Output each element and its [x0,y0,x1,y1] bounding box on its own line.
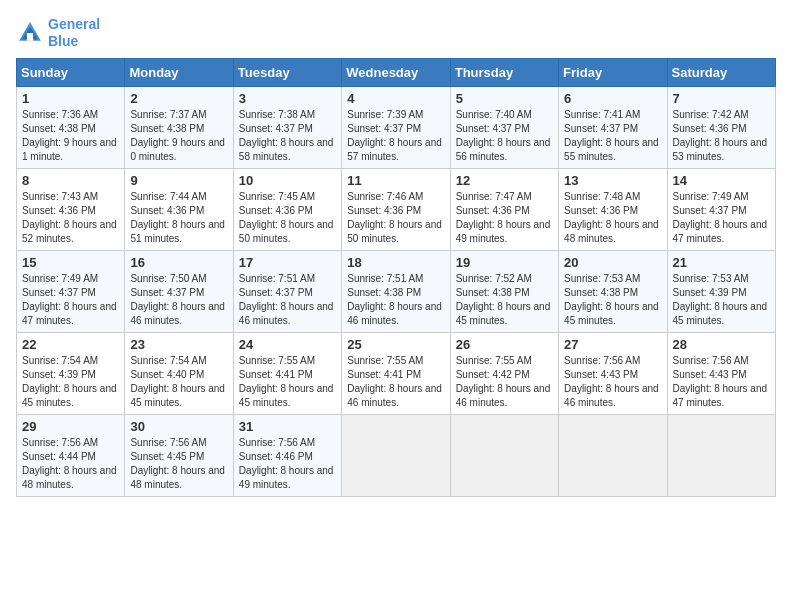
col-header-friday: Friday [559,58,667,86]
calendar-cell [342,414,450,496]
calendar-cell: 2Sunrise: 7:37 AMSunset: 4:38 PMDaylight… [125,86,233,168]
calendar-cell: 24Sunrise: 7:55 AMSunset: 4:41 PMDayligh… [233,332,341,414]
calendar-cell: 15Sunrise: 7:49 AMSunset: 4:37 PMDayligh… [17,250,125,332]
day-number: 29 [22,419,119,434]
day-detail: Sunrise: 7:56 AMSunset: 4:44 PMDaylight:… [22,436,119,492]
day-number: 20 [564,255,661,270]
svg-rect-3 [27,33,33,41]
day-number: 6 [564,91,661,106]
day-detail: Sunrise: 7:54 AMSunset: 4:39 PMDaylight:… [22,354,119,410]
calendar-cell: 21Sunrise: 7:53 AMSunset: 4:39 PMDayligh… [667,250,775,332]
day-detail: Sunrise: 7:46 AMSunset: 4:36 PMDaylight:… [347,190,444,246]
day-detail: Sunrise: 7:54 AMSunset: 4:40 PMDaylight:… [130,354,227,410]
calendar-cell: 27Sunrise: 7:56 AMSunset: 4:43 PMDayligh… [559,332,667,414]
calendar-cell: 12Sunrise: 7:47 AMSunset: 4:36 PMDayligh… [450,168,558,250]
calendar-cell [450,414,558,496]
day-detail: Sunrise: 7:53 AMSunset: 4:38 PMDaylight:… [564,272,661,328]
day-number: 10 [239,173,336,188]
calendar-week-3: 15Sunrise: 7:49 AMSunset: 4:37 PMDayligh… [17,250,776,332]
col-header-monday: Monday [125,58,233,86]
day-detail: Sunrise: 7:37 AMSunset: 4:38 PMDaylight:… [130,108,227,164]
day-detail: Sunrise: 7:40 AMSunset: 4:37 PMDaylight:… [456,108,553,164]
day-detail: Sunrise: 7:56 AMSunset: 4:43 PMDaylight:… [673,354,770,410]
calendar-week-4: 22Sunrise: 7:54 AMSunset: 4:39 PMDayligh… [17,332,776,414]
day-number: 7 [673,91,770,106]
day-number: 4 [347,91,444,106]
calendar-table: SundayMondayTuesdayWednesdayThursdayFrid… [16,58,776,497]
day-number: 2 [130,91,227,106]
logo-text: General Blue [48,16,100,50]
calendar-cell: 13Sunrise: 7:48 AMSunset: 4:36 PMDayligh… [559,168,667,250]
day-detail: Sunrise: 7:56 AMSunset: 4:43 PMDaylight:… [564,354,661,410]
day-detail: Sunrise: 7:51 AMSunset: 4:38 PMDaylight:… [347,272,444,328]
calendar-cell [559,414,667,496]
day-number: 30 [130,419,227,434]
calendar-cell: 5Sunrise: 7:40 AMSunset: 4:37 PMDaylight… [450,86,558,168]
day-detail: Sunrise: 7:51 AMSunset: 4:37 PMDaylight:… [239,272,336,328]
day-number: 14 [673,173,770,188]
calendar-cell: 7Sunrise: 7:42 AMSunset: 4:36 PMDaylight… [667,86,775,168]
day-detail: Sunrise: 7:50 AMSunset: 4:37 PMDaylight:… [130,272,227,328]
logo: General Blue [16,16,100,50]
calendar-cell: 16Sunrise: 7:50 AMSunset: 4:37 PMDayligh… [125,250,233,332]
calendar-cell: 3Sunrise: 7:38 AMSunset: 4:37 PMDaylight… [233,86,341,168]
calendar-cell: 10Sunrise: 7:45 AMSunset: 4:36 PMDayligh… [233,168,341,250]
calendar-cell: 14Sunrise: 7:49 AMSunset: 4:37 PMDayligh… [667,168,775,250]
day-number: 18 [347,255,444,270]
calendar-cell: 9Sunrise: 7:44 AMSunset: 4:36 PMDaylight… [125,168,233,250]
day-detail: Sunrise: 7:36 AMSunset: 4:38 PMDaylight:… [22,108,119,164]
col-header-thursday: Thursday [450,58,558,86]
day-detail: Sunrise: 7:55 AMSunset: 4:41 PMDaylight:… [239,354,336,410]
day-detail: Sunrise: 7:47 AMSunset: 4:36 PMDaylight:… [456,190,553,246]
calendar-cell: 28Sunrise: 7:56 AMSunset: 4:43 PMDayligh… [667,332,775,414]
day-detail: Sunrise: 7:42 AMSunset: 4:36 PMDaylight:… [673,108,770,164]
calendar-cell: 29Sunrise: 7:56 AMSunset: 4:44 PMDayligh… [17,414,125,496]
calendar-cell: 6Sunrise: 7:41 AMSunset: 4:37 PMDaylight… [559,86,667,168]
page-header: General Blue [16,16,776,50]
day-detail: Sunrise: 7:39 AMSunset: 4:37 PMDaylight:… [347,108,444,164]
col-header-tuesday: Tuesday [233,58,341,86]
calendar-cell: 18Sunrise: 7:51 AMSunset: 4:38 PMDayligh… [342,250,450,332]
col-header-sunday: Sunday [17,58,125,86]
day-detail: Sunrise: 7:43 AMSunset: 4:36 PMDaylight:… [22,190,119,246]
day-number: 9 [130,173,227,188]
calendar-cell: 1Sunrise: 7:36 AMSunset: 4:38 PMDaylight… [17,86,125,168]
day-number: 31 [239,419,336,434]
day-number: 27 [564,337,661,352]
day-number: 21 [673,255,770,270]
day-detail: Sunrise: 7:38 AMSunset: 4:37 PMDaylight:… [239,108,336,164]
day-number: 3 [239,91,336,106]
day-detail: Sunrise: 7:49 AMSunset: 4:37 PMDaylight:… [22,272,119,328]
day-number: 11 [347,173,444,188]
day-number: 13 [564,173,661,188]
day-number: 25 [347,337,444,352]
day-detail: Sunrise: 7:56 AMSunset: 4:46 PMDaylight:… [239,436,336,492]
day-number: 17 [239,255,336,270]
day-number: 19 [456,255,553,270]
calendar-cell: 20Sunrise: 7:53 AMSunset: 4:38 PMDayligh… [559,250,667,332]
col-header-wednesday: Wednesday [342,58,450,86]
day-detail: Sunrise: 7:45 AMSunset: 4:36 PMDaylight:… [239,190,336,246]
day-detail: Sunrise: 7:52 AMSunset: 4:38 PMDaylight:… [456,272,553,328]
calendar-cell: 25Sunrise: 7:55 AMSunset: 4:41 PMDayligh… [342,332,450,414]
calendar-cell: 17Sunrise: 7:51 AMSunset: 4:37 PMDayligh… [233,250,341,332]
day-number: 5 [456,91,553,106]
calendar-week-2: 8Sunrise: 7:43 AMSunset: 4:36 PMDaylight… [17,168,776,250]
day-detail: Sunrise: 7:56 AMSunset: 4:45 PMDaylight:… [130,436,227,492]
day-detail: Sunrise: 7:44 AMSunset: 4:36 PMDaylight:… [130,190,227,246]
day-number: 23 [130,337,227,352]
calendar-cell [667,414,775,496]
day-detail: Sunrise: 7:41 AMSunset: 4:37 PMDaylight:… [564,108,661,164]
calendar-cell: 19Sunrise: 7:52 AMSunset: 4:38 PMDayligh… [450,250,558,332]
calendar-cell: 4Sunrise: 7:39 AMSunset: 4:37 PMDaylight… [342,86,450,168]
day-number: 16 [130,255,227,270]
day-number: 24 [239,337,336,352]
day-detail: Sunrise: 7:53 AMSunset: 4:39 PMDaylight:… [673,272,770,328]
day-number: 8 [22,173,119,188]
day-detail: Sunrise: 7:48 AMSunset: 4:36 PMDaylight:… [564,190,661,246]
day-number: 26 [456,337,553,352]
day-detail: Sunrise: 7:49 AMSunset: 4:37 PMDaylight:… [673,190,770,246]
day-detail: Sunrise: 7:55 AMSunset: 4:42 PMDaylight:… [456,354,553,410]
calendar-cell: 11Sunrise: 7:46 AMSunset: 4:36 PMDayligh… [342,168,450,250]
calendar-cell: 31Sunrise: 7:56 AMSunset: 4:46 PMDayligh… [233,414,341,496]
